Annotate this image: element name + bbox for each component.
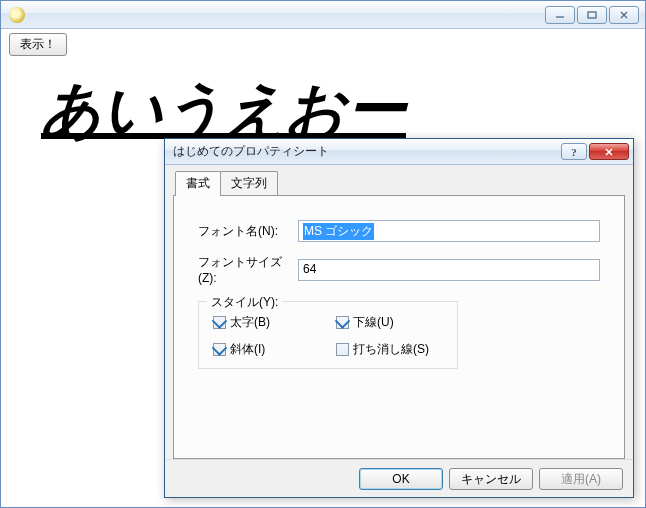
close-button[interactable] (609, 6, 639, 24)
tab-panel-format: フォント名(N): MS ゴシック フォントサイズ(Z): 64 スタイル(Y)… (173, 195, 625, 459)
dialog-footer: OK キャンセル 適用(A) (165, 459, 633, 497)
toolbar: 表示！ (1, 29, 645, 60)
underline-checkbox[interactable] (336, 316, 349, 329)
tab-format[interactable]: 書式 (175, 171, 221, 196)
tab-bar: 書式 文字列 (175, 171, 625, 195)
cancel-button[interactable]: キャンセル (449, 468, 533, 490)
ok-button[interactable]: OK (359, 468, 443, 490)
strikeout-checkbox[interactable] (336, 343, 349, 356)
font-name-label: フォント名(N): (198, 223, 298, 240)
svg-rect-0 (588, 12, 596, 18)
help-button[interactable]: ? (561, 143, 587, 160)
underline-checkbox-row[interactable]: 下線(U) (336, 314, 443, 331)
strikeout-checkbox-row[interactable]: 打ち消し線(S) (336, 341, 443, 358)
dialog-close-button[interactable] (589, 143, 629, 160)
font-size-input[interactable]: 64 (298, 259, 600, 281)
style-groupbox: スタイル(Y): 太字(B) 下線(U) 斜体(I) (198, 301, 458, 369)
display-button[interactable]: 表示！ (9, 33, 67, 56)
font-name-value: MS ゴシック (303, 223, 374, 240)
bold-label: 太字(B) (230, 314, 270, 331)
dialog-title: はじめてのプロパティシート (169, 143, 561, 160)
apply-button[interactable]: 適用(A) (539, 468, 623, 490)
dialog-body: 書式 文字列 フォント名(N): MS ゴシック フォントサイズ(Z): 64 … (165, 165, 633, 459)
window-controls (545, 6, 639, 24)
italic-checkbox-row[interactable]: 斜体(I) (213, 341, 320, 358)
tab-string[interactable]: 文字列 (220, 171, 278, 195)
main-titlebar (1, 1, 645, 29)
strikeout-label: 打ち消し線(S) (353, 341, 429, 358)
bold-checkbox-row[interactable]: 太字(B) (213, 314, 320, 331)
main-window: 表示！ あいうえおー はじめてのプロパティシート ? 書式 文字列 フォント名(… (0, 0, 646, 508)
underline-label: 下線(U) (353, 314, 394, 331)
app-icon (9, 7, 25, 23)
italic-label: 斜体(I) (230, 341, 265, 358)
style-group-title: スタイル(Y): (207, 294, 282, 311)
minimize-button[interactable] (545, 6, 575, 24)
italic-checkbox[interactable] (213, 343, 226, 356)
maximize-button[interactable] (577, 6, 607, 24)
property-sheet-dialog: はじめてのプロパティシート ? 書式 文字列 フォント名(N): MS ゴシック… (164, 138, 634, 498)
font-size-label: フォントサイズ(Z): (198, 254, 298, 285)
bold-checkbox[interactable] (213, 316, 226, 329)
dialog-titlebar[interactable]: はじめてのプロパティシート ? (165, 139, 633, 165)
font-name-input[interactable]: MS ゴシック (298, 220, 600, 242)
